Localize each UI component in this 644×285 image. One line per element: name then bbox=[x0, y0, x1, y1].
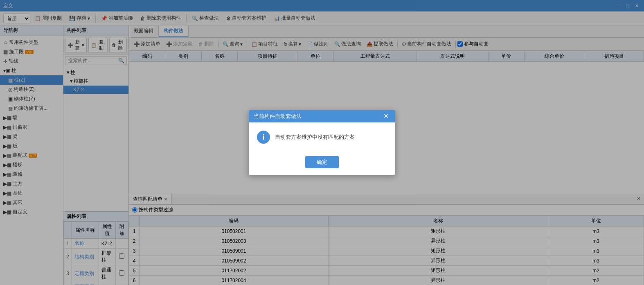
dialog: 当前构件自动套做法 ✕ i 自动套方案维护中没有匹配的方案 确定 bbox=[248, 110, 396, 175]
dialog-message: 自动套方案维护中没有匹配的方案 bbox=[275, 133, 355, 141]
dialog-close-button[interactable]: ✕ bbox=[382, 113, 390, 120]
dialog-info-icon: i bbox=[257, 131, 270, 144]
dialog-title-text: 当前构件自动套做法 bbox=[254, 113, 302, 120]
dialog-footer: 确定 bbox=[249, 152, 395, 175]
dialog-ok-button[interactable]: 确定 bbox=[305, 156, 339, 168]
dialog-body: i 自动套方案维护中没有匹配的方案 bbox=[249, 122, 395, 152]
dialog-title-bar: 当前构件自动套做法 ✕ bbox=[249, 110, 395, 122]
dialog-overlay: 当前构件自动套做法 ✕ i 自动套方案维护中没有匹配的方案 确定 bbox=[0, 0, 644, 285]
